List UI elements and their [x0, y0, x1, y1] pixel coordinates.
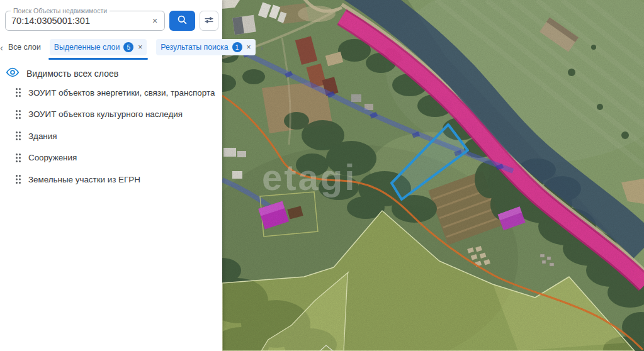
drag-handle-icon[interactable] [15, 131, 21, 141]
layers-list: ЗОУИТ объектов энергетики, связи, трансп… [0, 82, 222, 191]
layer-label: Земельные участки из ЕГРН [28, 175, 140, 184]
tab-label: Выделенные слои [54, 43, 120, 52]
search-field-label: Поиск Объекты недвижимости [11, 7, 110, 14]
tab-label: Результаты поиска [161, 43, 228, 52]
eye-icon [6, 67, 20, 80]
search-button[interactable] [169, 11, 195, 31]
tabs-next-icon[interactable]: › [261, 42, 266, 53]
drag-handle-icon[interactable] [15, 87, 21, 98]
search-bar: Поиск Объекты недвижимости × [5, 11, 218, 31]
tab-label: Все слои [8, 43, 41, 52]
sliders-icon [204, 15, 214, 27]
layer-item-constructions[interactable]: Сооружения [0, 147, 222, 169]
drag-handle-icon[interactable] [15, 109, 21, 120]
tab-count-badge: 5 [123, 42, 133, 52]
visibility-label: Видимость всех слоев [26, 69, 118, 79]
tab-all-layers[interactable]: Все слои [8, 43, 41, 52]
layer-label: ЗОУИТ объектов культурного наследия [28, 109, 183, 119]
search-field[interactable]: Поиск Объекты недвижимости × [5, 11, 165, 31]
map-area[interactable]: etagi [222, 0, 644, 351]
tabs-prev-icon[interactable]: ‹ [0, 42, 5, 53]
search-icon [177, 14, 188, 27]
layer-item-buildings[interactable]: Здания [0, 125, 222, 147]
all-layers-visibility-toggle[interactable]: Видимость всех слоев [6, 67, 118, 80]
layers-panel: Поиск Объекты недвижимости × [0, 0, 222, 351]
layer-label: ЗОУИТ объектов энергетики, связи, трансп… [28, 88, 215, 98]
tab-search-results[interactable]: Результаты поиска 1 × [156, 39, 255, 55]
satellite-texture [222, 0, 644, 351]
app-window: etagi Поиск Объекты недвижимости × [0, 0, 644, 351]
filter-button[interactable] [200, 11, 218, 31]
drag-handle-icon[interactable] [15, 174, 21, 184]
clear-icon[interactable]: × [150, 16, 160, 26]
layer-item-zouit-energy[interactable]: ЗОУИТ объектов энергетики, связи, трансп… [0, 82, 222, 104]
drag-handle-icon[interactable] [15, 153, 21, 163]
tab-selected-layers[interactable]: Выделенные слои 5 × [50, 39, 147, 55]
tab-count-badge: 1 [232, 42, 242, 52]
close-icon[interactable]: × [247, 43, 251, 52]
layer-label: Сооружения [28, 153, 77, 162]
tab-bar: ‹ Все слои Выделенные слои 5 × Результат… [0, 36, 222, 58]
layer-item-zouit-heritage[interactable]: ЗОУИТ объектов культурного наследия [0, 104, 222, 126]
close-icon[interactable]: × [138, 43, 142, 52]
satellite-map[interactable]: etagi [222, 0, 644, 351]
layer-item-egrn-parcels[interactable]: Земельные участки из ЕГРН [0, 169, 222, 191]
layer-label: Здания [28, 131, 57, 141]
